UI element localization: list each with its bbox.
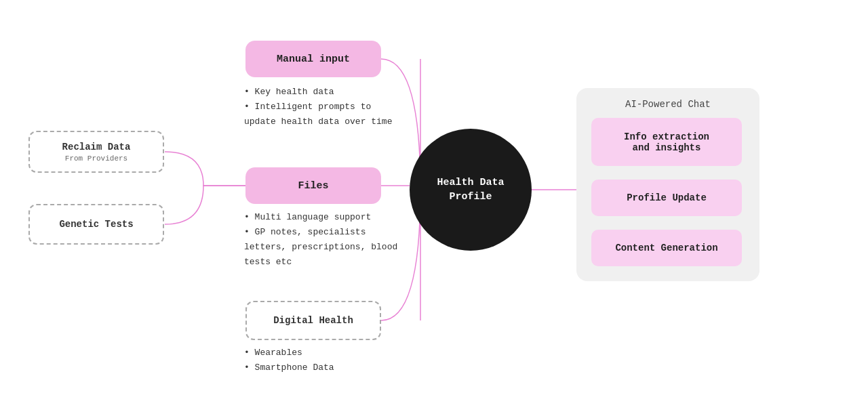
profile-update-label: Profile Update	[627, 192, 707, 203]
info-extraction-label: Info extraction and insights	[624, 131, 709, 153]
content-generation-label: Content Generation	[615, 243, 717, 253]
digital-bullet-2: Smartphone Data	[244, 360, 334, 375]
diagram: Reclaim Data From Providers Genetic Test…	[0, 0, 868, 395]
files-bullet-1: Multi language support	[244, 210, 407, 225]
reclaim-data-title: Reclaim Data	[62, 141, 131, 153]
center-circle-label: Health DataProfile	[437, 175, 504, 204]
reclaim-data-box: Reclaim Data From Providers	[28, 131, 164, 173]
content-generation-box: Content Generation	[591, 230, 742, 266]
files-bullets: Multi language support GP notes, special…	[244, 210, 407, 270]
info-extraction-box: Info extraction and insights	[591, 118, 742, 166]
panel-title: AI-Powered Chat	[576, 88, 760, 115]
genetic-tests-box: Genetic Tests	[28, 204, 164, 245]
digital-health-bullets: Wearables Smartphone Data	[244, 346, 334, 375]
manual-input-bullets: Key health data Intelligent prompts to u…	[244, 85, 400, 129]
files-bullet-2: GP notes, specialists letters, prescript…	[244, 225, 407, 270]
profile-update-box: Profile Update	[591, 180, 742, 216]
digital-bullet-1: Wearables	[244, 346, 334, 360]
digital-health-title: Digital Health	[273, 314, 353, 327]
manual-bullet-2: Intelligent prompts to update health dat…	[244, 100, 400, 129]
health-data-profile-circle: Health DataProfile	[410, 129, 532, 251]
manual-bullet-1: Key health data	[244, 85, 400, 100]
genetic-tests-title: Genetic Tests	[59, 218, 133, 230]
manual-input-box: Manual input	[245, 41, 381, 77]
reclaim-data-sub: From Providers	[65, 154, 127, 163]
manual-input-label: Manual input	[277, 54, 350, 65]
files-box: Files	[245, 167, 381, 204]
files-label: Files	[298, 180, 328, 192]
digital-health-box: Digital Health	[245, 301, 381, 340]
